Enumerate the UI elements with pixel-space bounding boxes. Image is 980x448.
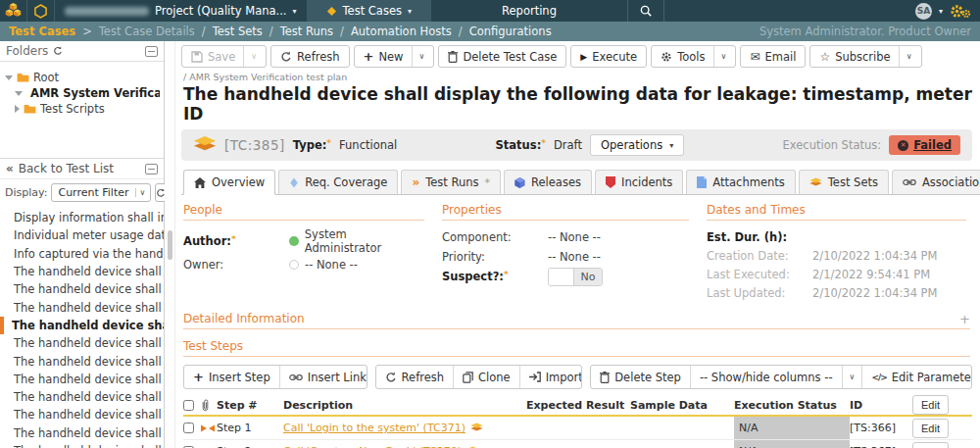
clone-button[interactable]: Clone	[453, 366, 519, 388]
email-button[interactable]: ✉ Email	[740, 45, 806, 68]
search-button[interactable]	[627, 0, 664, 22]
list-item[interactable]: Individual meter usage data and l	[0, 226, 164, 244]
collapse-panel-icon[interactable]	[145, 46, 158, 57]
expand-section-icon[interactable]: +	[959, 313, 970, 325]
workspace-icon-button[interactable]	[27, 0, 55, 22]
component-value[interactable]: -- None --	[548, 230, 601, 244]
list-item[interactable]: The handheld device shall have th	[0, 352, 164, 370]
tab-req-coverage[interactable]: Req. Coverage	[278, 170, 398, 195]
operations-button[interactable]: Operations ▾	[590, 134, 684, 156]
tab-releases[interactable]: Releases	[504, 170, 592, 195]
refresh-steps-button[interactable]: Refresh	[376, 366, 453, 388]
columns-dropdown-caret[interactable]: ∨	[842, 366, 862, 388]
list-item[interactable]: The handheld device shall provide	[0, 442, 164, 448]
type-value[interactable]: Functional	[339, 138, 397, 152]
list-item[interactable]: The handheld device shall provide	[0, 424, 164, 442]
list-item[interactable]: The handheld device shall allow th	[0, 280, 164, 298]
caret-down-icon[interactable]: ▾	[939, 7, 943, 16]
insert-step-label: Insert Step	[209, 371, 270, 384]
edit-parameters-button[interactable]: </>Edit Parameters	[861, 366, 972, 388]
expander-open-icon[interactable]	[5, 75, 13, 80]
tab-overview[interactable]: Overview	[183, 170, 275, 195]
list-item[interactable]: The handheld device shall be able	[0, 298, 164, 316]
list-item[interactable]: The handheld device shall allow fo	[0, 263, 164, 280]
delete-test-case-button[interactable]: Delete Test Case	[438, 45, 566, 68]
column-header-description: Description	[283, 399, 526, 412]
tab-incidents[interactable]: Incidents	[595, 170, 683, 195]
tools-dropdown-caret[interactable]: ∨	[713, 46, 727, 67]
tab-attachments[interactable]: Attachments	[686, 170, 795, 195]
author-value[interactable]: System Administrator	[289, 227, 424, 255]
delete-step-button[interactable]: Delete Step	[591, 366, 690, 388]
import-button[interactable]: Import	[519, 366, 583, 388]
project-selector[interactable]: Project (Quality Mana... ▾	[55, 0, 307, 22]
select-all-checkbox[interactable]	[183, 400, 194, 411]
filter-select[interactable]: Current Filter ∨	[51, 183, 150, 202]
app-logo[interactable]	[0, 0, 27, 22]
play-icon: ▶	[580, 52, 587, 62]
subscribe-dropdown-caret[interactable]: ∨	[899, 46, 912, 67]
breadcrumb-test-sets[interactable]: Test Sets	[213, 25, 263, 38]
list-item[interactable]: The handheld device shall have a	[0, 334, 164, 352]
user-avatar[interactable]: SA	[915, 3, 932, 20]
breadcrumb-test-runs[interactable]: Test Runs	[280, 25, 333, 38]
owner-value[interactable]: -- None --	[289, 258, 358, 272]
new-dropdown-caret[interactable]: ∨	[412, 46, 425, 67]
breadcrumb-configurations[interactable]: Configurations	[469, 25, 552, 38]
tools-button[interactable]: Tools ∨	[651, 45, 736, 68]
save-dropdown-caret[interactable]: ∨	[243, 46, 257, 67]
breadcrumb-test-cases[interactable]: Test Cases	[9, 25, 75, 38]
component-label: Component:	[442, 230, 548, 244]
properties-section: Properties Component: -- None -- Priorit…	[442, 203, 707, 302]
trash-icon	[448, 51, 458, 63]
test-step-row[interactable]: Step 2 Call 'Create a New Book' (TC370) …	[183, 440, 972, 448]
row-checkbox[interactable]	[183, 423, 194, 433]
expander-closed-icon[interactable]	[15, 105, 20, 113]
sidebar-splitter[interactable]	[165, 41, 175, 448]
expander-open-icon[interactable]	[15, 91, 23, 96]
insert-step-button[interactable]: +Insert Step	[184, 366, 279, 388]
edit-button[interactable]: Edit	[912, 442, 949, 448]
tab-associations[interactable]: Associations	[892, 170, 980, 195]
clone-label: Clone	[478, 371, 511, 384]
nav-tab-test-cases[interactable]: Test Cases ▾	[307, 0, 431, 22]
step-number: Step 1	[217, 422, 283, 434]
folder-root[interactable]: Root	[5, 70, 160, 85]
refresh-button[interactable]: Refresh	[270, 45, 349, 68]
test-step-row[interactable]: Step 1 Call 'Login to the system' (TC371…	[183, 417, 972, 440]
priority-label: Priority:	[442, 250, 548, 264]
execution-status-badge[interactable]: ✕ Failed	[889, 135, 960, 155]
insert-link-button[interactable]: Insert Link	[279, 366, 368, 388]
list-item[interactable]: The handheld device shall interfac	[0, 406, 164, 423]
refresh-icon[interactable]	[53, 46, 63, 56]
tab-test-sets[interactable]: Test Sets	[799, 170, 889, 195]
splitter-handle[interactable]	[168, 230, 172, 260]
show-hide-columns-select[interactable]: -- Show/hide columns --	[690, 366, 842, 388]
list-item[interactable]: Info captured via the handheld de	[0, 245, 164, 263]
insert-button-group: +Insert Step Insert Link	[183, 365, 368, 389]
edit-button[interactable]: Edit	[912, 395, 949, 415]
execute-button[interactable]: ▶ Execute	[570, 45, 647, 68]
suspect-toggle[interactable]: No	[548, 268, 603, 286]
breadcrumb-automation-hosts[interactable]: Automation Hosts	[351, 25, 452, 38]
list-item[interactable]: The handheld device shall include	[0, 388, 164, 406]
refresh-steps-label: Refresh	[402, 371, 444, 384]
list-item[interactable]: The handheld device shall include	[0, 371, 164, 388]
list-item-selected[interactable]: The handheld device shall display	[0, 317, 164, 334]
folder-test-scripts[interactable]: Test Scripts	[5, 101, 160, 117]
column-header-sample-data: Sample Data	[630, 399, 734, 412]
back-to-test-list[interactable]: « Back to Test List	[0, 158, 164, 179]
step-description-link[interactable]: Call 'Login to the system' (TC371)	[283, 422, 526, 434]
edit-button[interactable]: Edit	[912, 419, 949, 438]
admin-settings-button[interactable]	[950, 3, 971, 19]
subscribe-button[interactable]: ☆ Subscribe ∨	[809, 45, 921, 68]
folder-amr-system-verification[interactable]: AMR System Verification test p	[5, 85, 160, 101]
list-item[interactable]: Display information shall include:	[0, 209, 164, 226]
collapse-panel-icon[interactable]	[145, 164, 158, 174]
tab-test-runs[interactable]: »Test Runs*	[401, 170, 501, 195]
current-user-role: System Administrator. Product Owner	[760, 25, 971, 38]
nav-tab-reporting[interactable]: Reporting	[431, 0, 627, 22]
new-button[interactable]: + New ∨	[354, 45, 435, 68]
priority-value[interactable]: -- None --	[548, 250, 601, 264]
save-button[interactable]: Save ∨	[181, 45, 267, 68]
